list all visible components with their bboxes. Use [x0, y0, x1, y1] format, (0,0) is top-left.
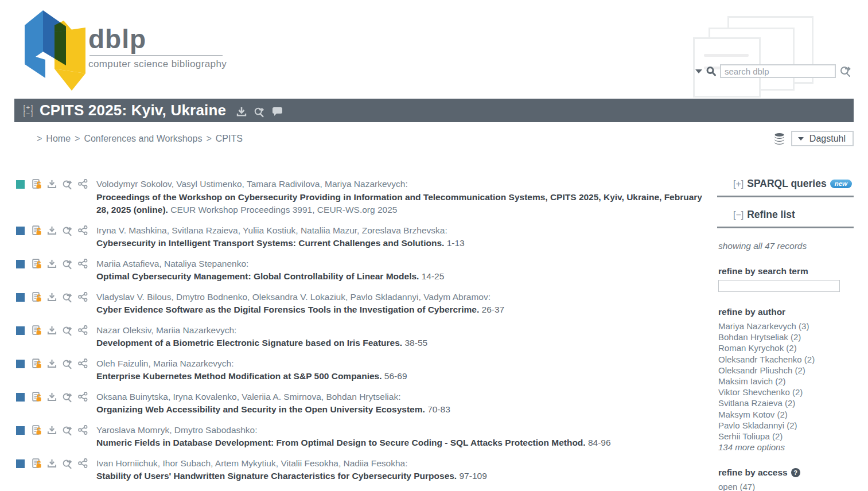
- refine-access-link[interactable]: open (47): [718, 481, 854, 491]
- author-link[interactable]: Mariia Astafieva: [96, 259, 159, 268]
- author-link[interactable]: Mariia Nazarkevych: [153, 358, 231, 368]
- database-icon[interactable]: [773, 133, 785, 145]
- author-link[interactable]: Dmytro Sabodashko: [174, 425, 255, 435]
- dagstuhl-dropdown[interactable]: Dagstuhl: [791, 131, 854, 146]
- quick-search-record-icon[interactable]: [62, 425, 73, 436]
- author-link[interactable]: Nataliya Stepanenko: [164, 259, 246, 268]
- quick-search-record-icon[interactable]: [62, 259, 73, 270]
- download-icon[interactable]: [236, 107, 247, 117]
- share-record-icon[interactable]: [78, 259, 88, 268]
- download-record-icon[interactable]: [47, 392, 57, 402]
- download-record-icon[interactable]: [47, 225, 57, 236]
- author-link[interactable]: Bohdan Hrytseliak: [326, 392, 398, 402]
- author-link[interactable]: Oleh Faizulin: [96, 358, 148, 368]
- share-record-icon[interactable]: [78, 225, 88, 235]
- search-icon[interactable]: [706, 66, 717, 77]
- refine-author-link[interactable]: Roman Kyrychok (2): [718, 342, 854, 353]
- share-record-icon[interactable]: [78, 458, 88, 468]
- share-record-icon[interactable]: [78, 292, 88, 302]
- open-access-record-icon[interactable]: [32, 292, 42, 302]
- author-link[interactable]: Ihor Subach: [162, 458, 211, 468]
- author-link[interactable]: Oleksandra V. Lokaziuk: [252, 292, 345, 302]
- author-link[interactable]: Iryna Kovalenko: [173, 392, 237, 402]
- author-link[interactable]: Nazar Oleksiv: [96, 325, 151, 335]
- quick-search-record-icon[interactable]: [62, 458, 73, 469]
- open-access-record-icon[interactable]: [32, 392, 42, 402]
- refine-author-link[interactable]: Mariya Nazarkevych (3): [718, 321, 854, 332]
- author-link[interactable]: Tamara Radivilova: [247, 179, 320, 189]
- author-link[interactable]: Iryna V. Mashkina: [96, 225, 167, 235]
- sparql-expand-toggle[interactable]: [+]: [733, 179, 744, 189]
- sparql-queries-header[interactable]: [+]SPARQL queriesnew: [717, 177, 854, 196]
- author-link[interactable]: Artem Mykytiuk: [215, 458, 276, 468]
- author-link[interactable]: Yuliia Kostiuk: [243, 225, 295, 235]
- author-link[interactable]: Volodymyr Sokolov: [96, 179, 172, 189]
- author-link[interactable]: Vitalii Fesokha: [281, 458, 338, 468]
- comment-icon[interactable]: [272, 107, 283, 116]
- download-record-icon[interactable]: [47, 325, 57, 336]
- author-link[interactable]: Mariia Nazarkevych: [156, 325, 234, 335]
- search-options-caret-icon[interactable]: [695, 69, 702, 73]
- share-record-icon[interactable]: [78, 325, 88, 335]
- open-access-record-icon[interactable]: [32, 179, 42, 189]
- external-search-icon[interactable]: [254, 106, 265, 118]
- refine-author-link[interactable]: Pavlo Skladannyi (2): [718, 420, 854, 431]
- expand-all-button[interactable]: [+]: [22, 104, 34, 111]
- quick-search-record-icon[interactable]: [62, 325, 73, 336]
- refine-list-header[interactable]: [−]Refine list: [717, 198, 854, 227]
- refine-collapse-toggle[interactable]: [−]: [733, 210, 744, 220]
- author-link[interactable]: Svitlana Rzaieva: [172, 225, 238, 235]
- search-input[interactable]: [720, 64, 836, 78]
- venue-series-link[interactable]: CEUR Workshop Proceedings: [170, 205, 290, 215]
- download-record-icon[interactable]: [47, 292, 57, 302]
- more-author-options-link[interactable]: 134 more options: [718, 442, 854, 453]
- refine-author-link[interactable]: Serhii Toliupa (2): [718, 431, 854, 442]
- share-record-icon[interactable]: [78, 425, 88, 435]
- share-record-icon[interactable]: [78, 392, 88, 402]
- author-link[interactable]: Vasyl Ustimenko: [176, 179, 242, 189]
- author-link[interactable]: Dmytro Bodnenko: [176, 292, 247, 302]
- author-link[interactable]: Mariya Nazarkevych: [325, 179, 405, 189]
- download-record-icon[interactable]: [47, 458, 57, 469]
- quick-search-record-icon[interactable]: [62, 392, 73, 403]
- author-link[interactable]: Oksana Buinytska: [96, 392, 168, 402]
- open-access-record-icon[interactable]: [32, 259, 42, 269]
- author-link[interactable]: Zoreslava Brzhevska: [362, 225, 445, 235]
- refine-author-link[interactable]: Maksim Iavich (2): [718, 376, 854, 387]
- quick-search-record-icon[interactable]: [62, 358, 73, 369]
- quick-search-record-icon[interactable]: [62, 179, 73, 190]
- help-icon[interactable]: ?: [791, 468, 800, 477]
- author-link[interactable]: Pavlo Skladannyi: [351, 292, 419, 302]
- author-link[interactable]: Valeriia A. Smirnova: [242, 392, 321, 402]
- quick-search-record-icon[interactable]: [62, 292, 73, 303]
- open-access-record-icon[interactable]: [32, 458, 42, 469]
- open-access-record-icon[interactable]: [32, 325, 42, 336]
- author-link[interactable]: Nataliia Mazur: [301, 225, 357, 235]
- open-access-record-icon[interactable]: [32, 225, 42, 236]
- dblp-logo[interactable]: dblp computer science bibliography: [16, 5, 227, 91]
- download-record-icon[interactable]: [47, 425, 57, 435]
- author-link[interactable]: Vladyslav V. Bilous: [96, 292, 171, 302]
- download-record-icon[interactable]: [47, 259, 57, 269]
- download-record-icon[interactable]: [47, 179, 57, 189]
- author-link[interactable]: Yaroslava Momryk: [96, 425, 169, 435]
- download-record-icon[interactable]: [47, 358, 57, 369]
- open-access-record-icon[interactable]: [32, 358, 42, 369]
- search-go-icon[interactable]: [839, 65, 852, 77]
- collapse-all-button[interactable]: [−]: [22, 111, 34, 117]
- share-record-icon[interactable]: [78, 179, 88, 189]
- author-link[interactable]: Ivan Horniichuk: [96, 458, 158, 468]
- breadcrumb-link[interactable]: Conferences and Workshops: [84, 134, 202, 143]
- refine-search-input[interactable]: [718, 280, 840, 292]
- author-link[interactable]: Vadym Abramov: [423, 292, 488, 302]
- author-link[interactable]: Nadiia Fesokha: [344, 458, 406, 468]
- refine-author-link[interactable]: Oleksandr Pliushch (2): [718, 365, 854, 376]
- breadcrumb-link[interactable]: CPITS: [216, 134, 243, 143]
- open-access-record-icon[interactable]: [32, 425, 42, 435]
- quick-search-record-icon[interactable]: [62, 225, 73, 236]
- share-record-icon[interactable]: [78, 358, 88, 368]
- venue-publisher-link[interactable]: CEUR-WS.org: [317, 205, 375, 215]
- breadcrumb-link[interactable]: Home: [46, 134, 71, 143]
- refine-author-link[interactable]: Svitlana Rzaieva (2): [718, 398, 854, 408]
- refine-author-link[interactable]: Oleksandr Tkachenko (2): [718, 354, 854, 365]
